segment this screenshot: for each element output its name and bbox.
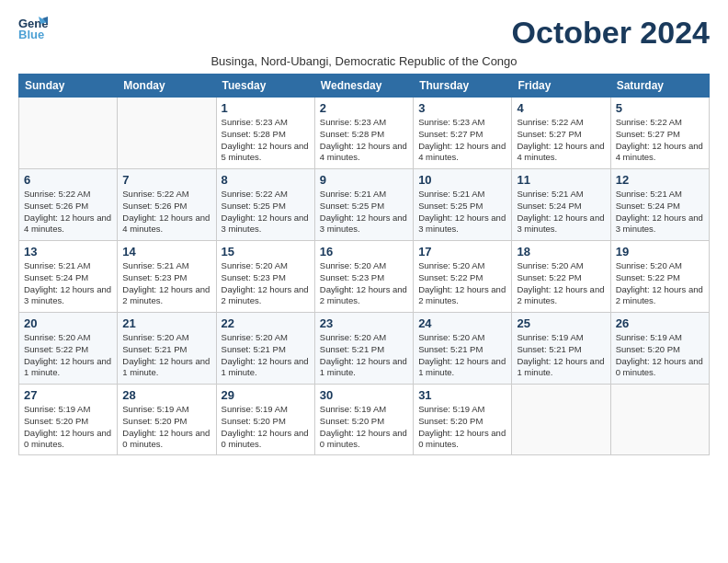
table-row: 10Sunrise: 5:21 AM Sunset: 5:25 PM Dayli… <box>414 169 512 241</box>
calendar-header-row: Sunday Monday Tuesday Wednesday Thursday… <box>19 75 710 98</box>
table-row: 31Sunrise: 5:19 AM Sunset: 5:20 PM Dayli… <box>414 385 512 455</box>
day-number: 3 <box>418 101 506 115</box>
day-number: 9 <box>320 173 408 187</box>
table-row: 14Sunrise: 5:21 AM Sunset: 5:23 PM Dayli… <box>118 241 216 313</box>
col-wednesday: Wednesday <box>314 75 413 98</box>
table-row: 28Sunrise: 5:19 AM Sunset: 5:20 PM Dayli… <box>118 385 216 455</box>
day-number: 18 <box>517 245 605 259</box>
month-title: October 2024 <box>512 15 710 51</box>
day-number: 24 <box>418 316 506 330</box>
table-row: 4Sunrise: 5:22 AM Sunset: 5:27 PM Daylig… <box>512 98 610 169</box>
day-number: 1 <box>222 101 310 115</box>
day-info: Sunrise: 5:21 AM Sunset: 5:24 PM Dayligh… <box>517 189 605 236</box>
day-info: Sunrise: 5:23 AM Sunset: 5:28 PM Dayligh… <box>222 117 310 164</box>
day-info: Sunrise: 5:22 AM Sunset: 5:26 PM Dayligh… <box>24 189 112 236</box>
day-info: Sunrise: 5:20 AM Sunset: 5:21 PM Dayligh… <box>418 332 506 379</box>
table-row <box>512 385 610 455</box>
day-info: Sunrise: 5:20 AM Sunset: 5:22 PM Dayligh… <box>418 260 506 307</box>
day-info: Sunrise: 5:20 AM Sunset: 5:22 PM Dayligh… <box>517 260 605 307</box>
day-info: Sunrise: 5:22 AM Sunset: 5:25 PM Dayligh… <box>222 189 310 236</box>
page: General Blue October 2024 Businga, Nord-… <box>0 0 728 563</box>
day-number: 20 <box>24 316 112 330</box>
day-number: 23 <box>320 316 408 330</box>
table-row <box>19 98 118 169</box>
table-row: 23Sunrise: 5:20 AM Sunset: 5:21 PM Dayli… <box>314 313 413 385</box>
day-info: Sunrise: 5:21 AM Sunset: 5:23 PM Dayligh… <box>122 260 210 307</box>
table-row: 5Sunrise: 5:22 AM Sunset: 5:27 PM Daylig… <box>610 98 709 169</box>
table-row: 18Sunrise: 5:20 AM Sunset: 5:22 PM Dayli… <box>512 241 610 313</box>
svg-text:Blue: Blue <box>18 28 44 40</box>
day-info: Sunrise: 5:23 AM Sunset: 5:28 PM Dayligh… <box>320 117 408 164</box>
day-info: Sunrise: 5:21 AM Sunset: 5:24 PM Dayligh… <box>24 260 112 307</box>
col-tuesday: Tuesday <box>216 75 314 98</box>
day-number: 7 <box>122 173 210 187</box>
col-saturday: Saturday <box>610 75 709 98</box>
day-number: 14 <box>122 245 210 259</box>
day-number: 6 <box>24 173 112 187</box>
day-info: Sunrise: 5:20 AM Sunset: 5:21 PM Dayligh… <box>320 332 408 379</box>
day-number: 28 <box>122 388 210 402</box>
table-row: 27Sunrise: 5:19 AM Sunset: 5:20 PM Dayli… <box>19 385 118 455</box>
table-row: 17Sunrise: 5:20 AM Sunset: 5:22 PM Dayli… <box>414 241 512 313</box>
day-number: 15 <box>222 245 310 259</box>
col-sunday: Sunday <box>19 75 118 98</box>
table-row: 30Sunrise: 5:19 AM Sunset: 5:20 PM Dayli… <box>314 385 413 455</box>
logo-icon: General Blue <box>18 15 48 44</box>
day-number: 8 <box>222 173 310 187</box>
table-row: 9Sunrise: 5:21 AM Sunset: 5:25 PM Daylig… <box>314 169 413 241</box>
day-info: Sunrise: 5:20 AM Sunset: 5:21 PM Dayligh… <box>122 332 210 379</box>
day-info: Sunrise: 5:19 AM Sunset: 5:20 PM Dayligh… <box>222 404 310 451</box>
day-info: Sunrise: 5:22 AM Sunset: 5:27 PM Dayligh… <box>616 117 704 164</box>
day-info: Sunrise: 5:19 AM Sunset: 5:20 PM Dayligh… <box>122 404 210 451</box>
day-number: 4 <box>517 101 605 115</box>
day-number: 10 <box>418 173 506 187</box>
col-friday: Friday <box>512 75 610 98</box>
logo: General Blue <box>18 15 48 44</box>
table-row <box>118 98 216 169</box>
day-info: Sunrise: 5:19 AM Sunset: 5:20 PM Dayligh… <box>320 404 408 451</box>
table-row: 3Sunrise: 5:23 AM Sunset: 5:27 PM Daylig… <box>414 98 512 169</box>
day-number: 27 <box>24 388 112 402</box>
day-info: Sunrise: 5:21 AM Sunset: 5:25 PM Dayligh… <box>320 189 408 236</box>
table-row: 21Sunrise: 5:20 AM Sunset: 5:21 PM Dayli… <box>118 313 216 385</box>
day-info: Sunrise: 5:19 AM Sunset: 5:20 PM Dayligh… <box>418 404 506 451</box>
table-row: 13Sunrise: 5:21 AM Sunset: 5:24 PM Dayli… <box>19 241 118 313</box>
day-info: Sunrise: 5:22 AM Sunset: 5:26 PM Dayligh… <box>122 189 210 236</box>
day-info: Sunrise: 5:21 AM Sunset: 5:24 PM Dayligh… <box>616 189 704 236</box>
subtitle: Businga, Nord-Ubangi, Democratic Republi… <box>18 54 710 68</box>
day-info: Sunrise: 5:20 AM Sunset: 5:21 PM Dayligh… <box>222 332 310 379</box>
table-row: 24Sunrise: 5:20 AM Sunset: 5:21 PM Dayli… <box>414 313 512 385</box>
table-row: 2Sunrise: 5:23 AM Sunset: 5:28 PM Daylig… <box>314 98 413 169</box>
day-info: Sunrise: 5:19 AM Sunset: 5:21 PM Dayligh… <box>517 332 605 379</box>
day-info: Sunrise: 5:23 AM Sunset: 5:27 PM Dayligh… <box>418 117 506 164</box>
day-number: 22 <box>222 316 310 330</box>
calendar-table: Sunday Monday Tuesday Wednesday Thursday… <box>18 74 710 455</box>
table-row: 22Sunrise: 5:20 AM Sunset: 5:21 PM Dayli… <box>216 313 314 385</box>
day-number: 13 <box>24 245 112 259</box>
day-number: 25 <box>517 316 605 330</box>
day-info: Sunrise: 5:20 AM Sunset: 5:23 PM Dayligh… <box>222 260 310 307</box>
day-info: Sunrise: 5:19 AM Sunset: 5:20 PM Dayligh… <box>616 332 704 379</box>
day-info: Sunrise: 5:20 AM Sunset: 5:22 PM Dayligh… <box>24 332 112 379</box>
table-row: 7Sunrise: 5:22 AM Sunset: 5:26 PM Daylig… <box>118 169 216 241</box>
table-row: 25Sunrise: 5:19 AM Sunset: 5:21 PM Dayli… <box>512 313 610 385</box>
table-row: 20Sunrise: 5:20 AM Sunset: 5:22 PM Dayli… <box>19 313 118 385</box>
day-number: 12 <box>616 173 704 187</box>
day-number: 21 <box>122 316 210 330</box>
day-info: Sunrise: 5:19 AM Sunset: 5:20 PM Dayligh… <box>24 404 112 451</box>
day-number: 2 <box>320 101 408 115</box>
col-thursday: Thursday <box>414 75 512 98</box>
day-info: Sunrise: 5:20 AM Sunset: 5:22 PM Dayligh… <box>616 260 704 307</box>
table-row <box>610 385 709 455</box>
table-row: 16Sunrise: 5:20 AM Sunset: 5:23 PM Dayli… <box>314 241 413 313</box>
header: General Blue October 2024 <box>18 15 710 51</box>
day-number: 31 <box>418 388 506 402</box>
table-row: 11Sunrise: 5:21 AM Sunset: 5:24 PM Dayli… <box>512 169 610 241</box>
day-number: 16 <box>320 245 408 259</box>
table-row: 8Sunrise: 5:22 AM Sunset: 5:25 PM Daylig… <box>216 169 314 241</box>
day-number: 19 <box>616 245 704 259</box>
table-row: 6Sunrise: 5:22 AM Sunset: 5:26 PM Daylig… <box>19 169 118 241</box>
day-number: 17 <box>418 245 506 259</box>
table-row: 1Sunrise: 5:23 AM Sunset: 5:28 PM Daylig… <box>216 98 314 169</box>
day-info: Sunrise: 5:22 AM Sunset: 5:27 PM Dayligh… <box>517 117 605 164</box>
